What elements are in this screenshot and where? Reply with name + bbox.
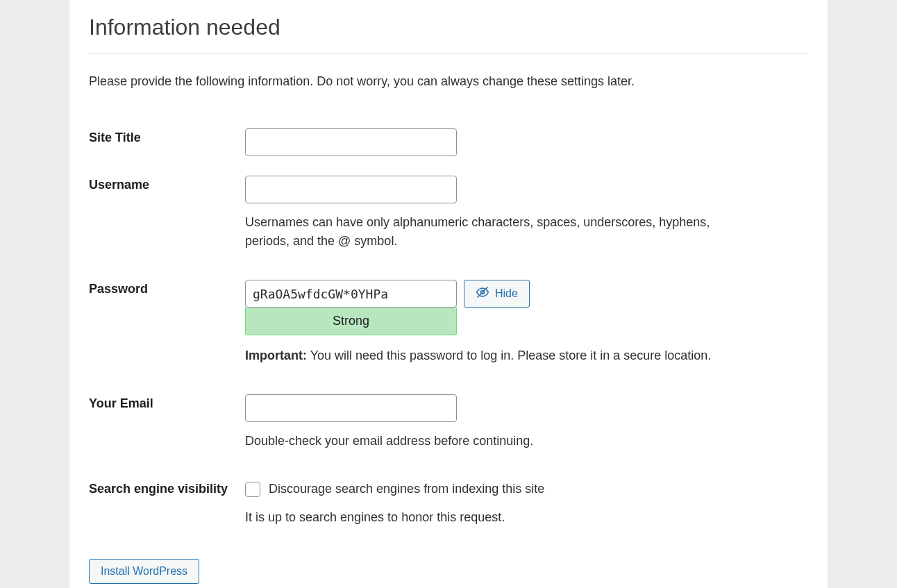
password-strength-meter: Strong (245, 308, 457, 335)
intro-text: Please provide the following information… (89, 72, 808, 91)
password-important-note: Important: You will need this password t… (245, 346, 808, 365)
email-input[interactable] (245, 394, 457, 422)
username-label: Username (89, 178, 149, 192)
site-title-input[interactable] (245, 128, 457, 156)
hide-button-label: Hide (495, 287, 518, 300)
search-visibility-checkbox-label: Discourage search engines from indexing … (269, 480, 544, 498)
password-input[interactable] (245, 280, 457, 308)
install-wordpress-button[interactable]: Install WordPress (89, 559, 199, 584)
username-hint: Usernames can have only alphanumeric cha… (245, 213, 745, 251)
important-prefix: Important: (245, 348, 307, 362)
form-table: Site Title Username Usernames can have o… (89, 119, 808, 537)
install-card: Information needed Please provide the fo… (69, 0, 828, 588)
email-hint: Double-check your email address before c… (245, 432, 745, 451)
search-visibility-checkbox[interactable] (245, 482, 260, 497)
search-visibility-hint: It is up to search engines to honor this… (245, 508, 745, 527)
important-text: You will need this password to log in. P… (307, 348, 711, 362)
hide-password-button[interactable]: Hide (464, 280, 530, 308)
eye-slash-icon (476, 285, 489, 302)
email-label: Your Email (89, 396, 153, 410)
site-title-label: Site Title (89, 131, 141, 144)
password-label: Password (89, 282, 148, 296)
search-visibility-label: Search engine visibility (89, 482, 228, 496)
page-heading: Information needed (89, 10, 808, 54)
username-input[interactable] (245, 176, 457, 203)
